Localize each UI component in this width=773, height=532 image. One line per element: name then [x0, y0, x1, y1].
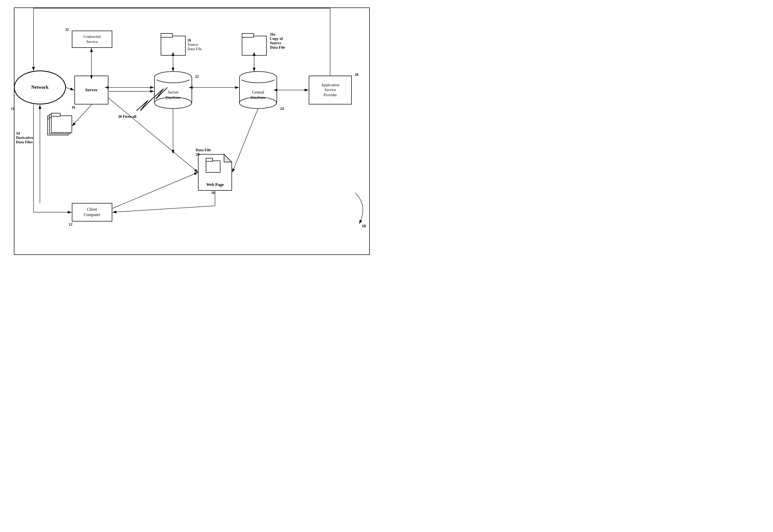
svg-marker-22	[224, 154, 232, 162]
svg-rect-30	[51, 113, 60, 116]
svg-line-49	[232, 109, 258, 172]
data-file-label: Data File 20	[196, 148, 211, 157]
network-node: Network	[14, 71, 66, 104]
asp-id-label: 28	[355, 73, 358, 77]
svg-rect-20	[242, 33, 254, 37]
web-page-id-label: 18	[211, 191, 215, 195]
svg-line-32	[66, 87, 74, 90]
svg-rect-26	[48, 116, 57, 119]
svg-line-48	[112, 172, 198, 208]
svg-rect-19	[242, 36, 267, 55]
svg-rect-23	[206, 161, 220, 172]
svg-line-47	[112, 206, 215, 212]
svg-rect-24	[206, 158, 213, 161]
client-computer-id-label: 12	[69, 223, 72, 227]
svg-rect-28	[49, 114, 58, 118]
central-database-node: Central Database	[240, 76, 277, 109]
firewall-label: 30 Firewall	[118, 114, 136, 119]
contracted-service-id-label: 32	[65, 28, 69, 32]
central-database-id-label: 24	[280, 107, 284, 111]
source-data-file-node	[160, 33, 187, 56]
svg-rect-29	[51, 116, 72, 132]
system-id-label: 10	[362, 224, 366, 228]
contracted-service-node: Contracted Service	[72, 31, 112, 48]
server-database-node: Server Database	[154, 76, 192, 109]
server-node: Server	[75, 76, 108, 104]
diagram: Network 14 Server 16 Contracted Service …	[0, 0, 386, 266]
asp-node: Application Service Provider	[309, 76, 352, 104]
derivative-label: 34 Derivative Data Files	[16, 131, 33, 144]
server-id-label: 16	[72, 105, 75, 110]
web-page-node: Web Page	[198, 180, 232, 190]
copy-source-label: 26a Copy of Source Data File	[270, 32, 285, 50]
svg-rect-25	[48, 118, 68, 135]
source-data-file-label: 26 Source Data File	[187, 38, 202, 51]
client-computer-node: Client Computer	[72, 203, 112, 221]
server-database-id-label: 22	[195, 75, 199, 79]
svg-rect-27	[49, 117, 70, 134]
network-id-label: 14	[11, 107, 14, 111]
